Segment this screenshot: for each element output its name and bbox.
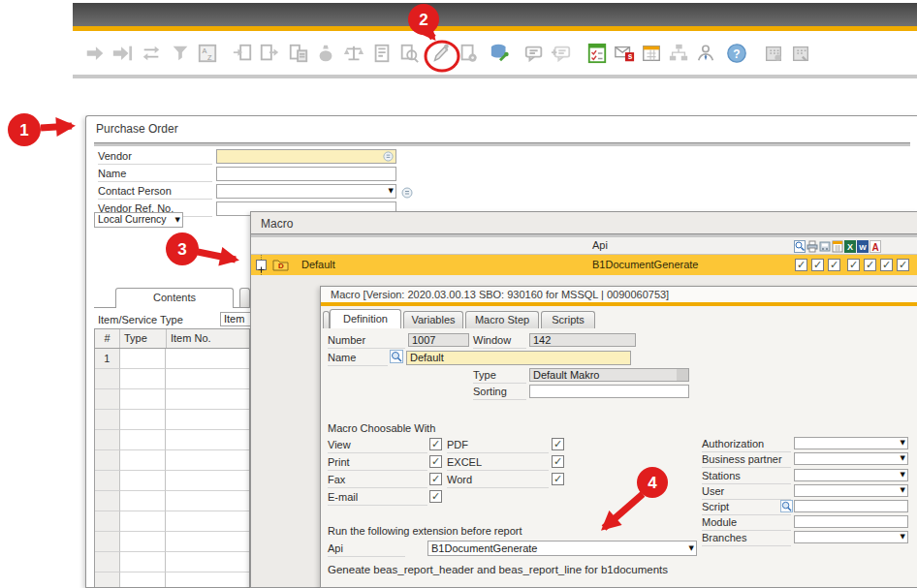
vendor-input[interactable] [216,149,396,164]
print-checkbox[interactable] [429,455,442,468]
gross-profit-icon[interactable] [287,41,310,66]
business-partner-label: Business partner [702,453,791,468]
row-checkbox-word[interactable] [880,259,893,271]
choose-from-list-icon[interactable] [383,151,394,164]
type-end-block [677,369,688,381]
item-service-type-value: Item [224,313,244,325]
row-checkbox-pdf[interactable] [897,259,909,271]
mail-merge-icon[interactable]: s [613,41,636,66]
filter-icon[interactable] [169,41,192,66]
script-find-icon[interactable] [780,499,793,516]
type-cell[interactable] [120,349,166,369]
row-checkbox-print[interactable] [811,259,824,271]
sorting-input[interactable] [529,385,689,398]
fax-checkbox[interactable] [429,473,442,485]
checklist-icon[interactable] [585,41,609,66]
sort-icon[interactable]: AZ [196,41,219,66]
api-dropdown[interactable]: B1DocumentGenerate ▼ [427,541,697,556]
preview-icon[interactable] [794,239,806,252]
svg-text:W: W [859,243,867,252]
addon-manager-icon[interactable] [789,41,812,66]
stations-dropdown[interactable]: ▼ [794,469,908,481]
business-partner-dropdown[interactable]: ▼ [794,452,908,465]
toolbar-divider [73,75,917,78]
calendar-icon[interactable] [640,41,663,66]
excel-checkbox[interactable] [552,455,564,468]
table-row [95,532,249,552]
refresh-icon[interactable] [140,41,163,66]
tab-macro-step[interactable]: Macro Step [465,311,539,328]
copy-from-icon[interactable] [231,41,254,66]
view-checkbox[interactable] [429,438,442,450]
row-checkbox-calculator[interactable] [847,259,860,271]
svg-text:A: A [871,242,878,253]
tab-definition[interactable]: Definition [330,309,401,328]
table-row [95,430,249,450]
print-icon[interactable] [806,239,818,252]
addon-settings-icon[interactable] [762,41,785,66]
calculator-icon[interactable] [832,239,843,252]
tab-contents[interactable]: Contents [115,288,234,308]
new-message-icon[interactable] [550,41,573,66]
macro-detail-window: Macro [Version: 2020.03.00.13 SBO: 93016… [320,286,917,588]
item-service-type-dropdown[interactable]: Item [220,312,250,326]
row-checkbox-fax[interactable] [828,259,840,271]
macro-name-input[interactable]: Default [406,351,631,365]
find-icon[interactable] [390,350,403,367]
edit-active-icon[interactable] [429,41,453,66]
user-dropdown[interactable]: ▼ [794,484,908,497]
macro-row-default[interactable]: D Default B1DocumentGenerate [251,255,917,275]
module-label: Module [702,516,791,531]
contact-choose-from-list-icon[interactable] [401,185,413,202]
extension-note: Geneate beas_report_header and beas_repo… [328,564,668,575]
itemno-cell[interactable] [166,349,249,369]
org-chart-icon[interactable] [667,41,690,66]
employee-icon[interactable] [694,41,717,66]
tab-next-stub[interactable] [239,288,250,308]
table-row[interactable]: 1 [95,349,249,369]
chevron-down-icon: ▼ [901,533,905,542]
contact-person-dropdown[interactable]: ▼ [216,184,396,199]
svg-text:A: A [203,46,207,55]
copy-to-icon[interactable] [258,41,281,66]
branches-dropdown[interactable]: ▼ [794,531,908,543]
table-header-row: # Type Item No. [95,329,249,349]
journal-entry-icon[interactable] [370,41,394,66]
row-checkbox-preview[interactable] [795,259,807,271]
number-label: Number [328,334,405,349]
email-checkbox[interactable] [429,490,442,503]
script-input[interactable] [794,500,908,512]
excel-icon[interactable]: X [844,239,856,252]
name-input[interactable] [216,167,396,181]
chevron-down-icon: ▼ [689,544,694,553]
svg-text:?: ? [733,47,740,61]
pdf-icon[interactable]: A [870,239,881,252]
screen: AZ s ? Purchase Order Vendor Name [0,0,917,588]
macro-detail-title: Macro [Version: 2020.03.00.13 SBO: 93016… [331,289,669,300]
authorization-dropdown[interactable]: ▼ [794,437,908,449]
messages-icon[interactable] [522,41,546,66]
row-checkbox-excel[interactable] [864,259,876,271]
last-record-icon[interactable] [111,41,134,66]
database-tools-icon[interactable] [489,41,512,66]
currency-dropdown[interactable]: Local Currency ▼ [94,212,183,228]
help-icon[interactable]: ? [725,41,748,66]
tab-scripts[interactable]: Scripts [541,311,595,328]
next-record-icon[interactable] [83,41,107,66]
word-checkbox[interactable] [552,473,564,485]
query-preview-icon[interactable] [397,41,421,66]
fax-icon[interactable] [819,239,831,252]
chevron-down-icon: ▼ [175,216,180,225]
tab-variables[interactable]: Variables [403,311,463,328]
table-row [95,450,249,471]
expand-icon[interactable] [256,260,267,270]
module-input[interactable] [794,515,908,528]
word-icon[interactable]: W [857,239,869,252]
document-settings-icon[interactable] [457,41,480,66]
payment-means-icon[interactable] [314,41,337,66]
extension-heading: Run the following extension before repor… [328,525,522,537]
table-row [95,369,249,389]
volume-weight-icon[interactable] [342,41,365,66]
window-title-bar [73,3,917,26]
pdf-checkbox[interactable] [552,438,564,450]
